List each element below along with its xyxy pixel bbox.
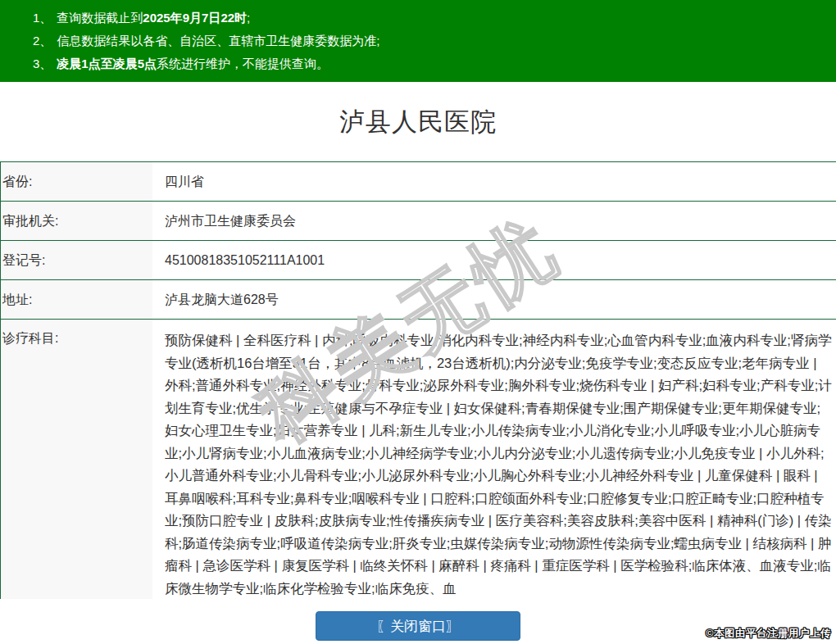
table-row-medical-departments: 诊疗科目: 预防保健科 | 全科医疗科 | 内科;呼吸内科专业;消化内科专业;神… bbox=[1, 320, 836, 599]
row-label: 审批机关: bbox=[1, 202, 152, 240]
row-value: 四川省 bbox=[152, 162, 836, 201]
row-value: 泸州市卫生健康委员会 bbox=[152, 202, 836, 240]
table-row-address: 地址: 泸县龙脑大道628号 bbox=[1, 280, 836, 320]
close-window-button[interactable]: 〖关闭窗口〗 bbox=[316, 611, 520, 641]
notice-number: 1、 bbox=[33, 11, 52, 25]
table-row-approval-authority: 审批机关: 泸州市卫生健康委员会 bbox=[1, 202, 836, 241]
page-title: 泸县人民医院 bbox=[0, 105, 836, 139]
row-label: 登记号: bbox=[1, 241, 152, 279]
notice-text-bold: 2025年9月7日22时 bbox=[143, 11, 247, 25]
table-row-registration-number: 登记号: 45100818351052111A1001 bbox=[1, 241, 836, 280]
row-label: 地址: bbox=[1, 280, 152, 319]
table-row-province: 省份: 四川省 bbox=[1, 162, 836, 202]
row-value: 45100818351052111A1001 bbox=[152, 241, 836, 279]
notice-item-2: 2、信息数据结果以各省、自治区、直辖市卫生健康委数据为准; bbox=[33, 29, 828, 52]
notice-text: 信息数据结果以各省、自治区、直辖市卫生健康委数据为准; bbox=[57, 34, 379, 48]
notice-text: ; bbox=[247, 11, 250, 25]
notice-text: 查询数据截止到 bbox=[57, 11, 143, 25]
hospital-info-table: 省份: 四川省 审批机关: 泸州市卫生健康委员会 登记号: 4510081835… bbox=[0, 161, 836, 599]
notice-item-3: 3、凌晨1点至凌晨5点系统进行维护，不能提供查询。 bbox=[33, 52, 828, 75]
row-label: 诊疗科目: bbox=[1, 320, 152, 599]
row-value: 预防保健科 | 全科医疗科 | 内科;呼吸内科专业;消化内科专业;神经内科专业;… bbox=[152, 320, 836, 599]
notice-number: 2、 bbox=[33, 34, 52, 48]
notice-text: 系统进行维护，不能提供查询。 bbox=[157, 57, 329, 70]
notice-item-1: 1、查询数据截止到2025年9月7日22时; bbox=[33, 7, 828, 29]
notice-banner: 1、查询数据截止到2025年9月7日22时; 2、信息数据结果以各省、自治区、直… bbox=[0, 0, 836, 82]
row-value: 泸县龙脑大道628号 bbox=[152, 280, 836, 319]
notice-number: 3、 bbox=[33, 57, 52, 70]
notice-text-bold: 凌晨1点至凌晨5点 bbox=[57, 57, 157, 70]
attribution-stamp: ©本图由平台注册用户上传 bbox=[706, 627, 831, 641]
row-label: 省份: bbox=[1, 162, 152, 201]
